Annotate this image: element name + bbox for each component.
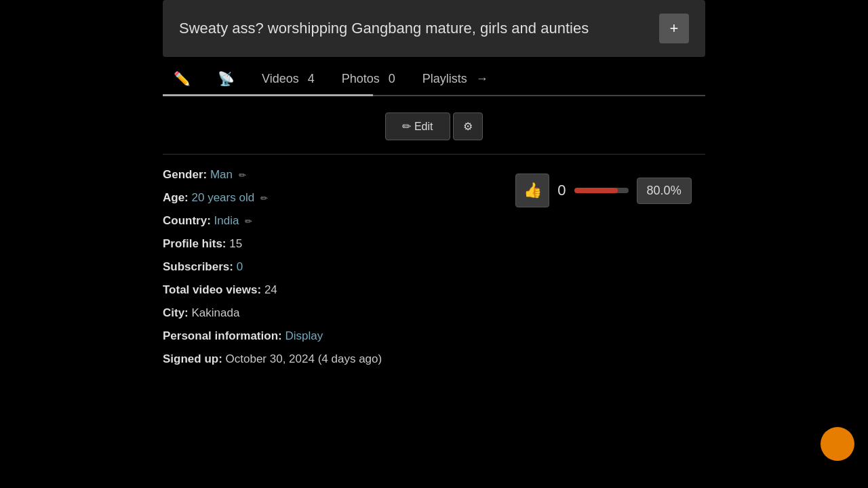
age-label: Age: [163, 191, 189, 204]
rating-bar [574, 188, 629, 193]
profile-hits-value: 15 [229, 237, 242, 250]
title-bar: Sweaty ass? worshipping Gangbang mature,… [163, 0, 705, 57]
feed-tab-icon: 📡 [218, 70, 235, 87]
playlists-arrow: → [476, 72, 488, 86]
signed-up-value: October 30, 2024 (4 days ago) [226, 352, 382, 365]
thumbs-up-button[interactable]: 👍 [515, 174, 549, 207]
age-value[interactable]: 20 years old [192, 191, 255, 204]
total-views-label: Total video views: [163, 283, 261, 296]
country-label: Country: [163, 214, 211, 227]
city-row: City: Kakinada [163, 306, 475, 320]
rating-percent: 80.0% [637, 178, 692, 204]
gender-label: Gender: [163, 168, 207, 181]
channel-title: Sweaty ass? worshipping Gangbang mature,… [179, 18, 648, 39]
edit-button[interactable]: ✏ Edit [385, 113, 450, 140]
profile-hits-label: Profile hits: [163, 237, 226, 250]
photos-tab-label: Photos [342, 72, 380, 86]
country-edit-icon[interactable]: ✏ [245, 216, 252, 226]
gender-value[interactable]: Man [210, 168, 233, 181]
tab-playlists[interactable]: Playlists → [412, 64, 499, 94]
rating-count: 0 [557, 182, 566, 199]
age-row: Age: 20 years old ✏ [163, 191, 475, 205]
edit-tab-icon: ✏️ [174, 70, 191, 87]
tab-videos[interactable]: Videos 4 [251, 64, 326, 94]
personal-info-link[interactable]: Display [285, 329, 323, 342]
videos-count: 4 [308, 72, 315, 86]
rating-bar-fill [574, 188, 618, 193]
country-row: Country: India ✏ [163, 214, 475, 228]
signed-up-row: Signed up: October 30, 2024 (4 days ago) [163, 352, 475, 366]
city-label: City: [163, 306, 189, 319]
thumb-icon: 👍 [524, 182, 542, 199]
gender-row: Gender: Man ✏ [163, 168, 475, 182]
photos-count: 0 [389, 72, 395, 86]
add-button[interactable]: + [659, 14, 689, 43]
city-value: Kakinada [192, 306, 240, 319]
edit-section: ✏ Edit ⚙ [163, 107, 705, 155]
tab-edit[interactable]: ✏️ [163, 62, 201, 95]
tab-photos[interactable]: Photos 0 [331, 64, 406, 94]
tab-feed[interactable]: 📡 [207, 62, 245, 95]
playlists-tab-label: Playlists [422, 72, 467, 86]
notification-circle[interactable] [821, 427, 854, 461]
rating-row: 👍 0 80.0% [515, 174, 691, 207]
age-edit-icon[interactable]: ✏ [260, 193, 268, 203]
edit-button-label: ✏ Edit [402, 120, 433, 133]
settings-icon: ⚙ [463, 121, 473, 132]
active-tab-indicator [163, 94, 373, 96]
profile-section: Gender: Man ✏ Age: 20 years old ✏ Countr… [163, 168, 705, 375]
country-value[interactable]: India [214, 214, 239, 227]
profile-info-right: 👍 0 80.0% [502, 168, 705, 375]
subscribers-label: Subscribers: [163, 260, 233, 273]
personal-info-row: Personal information: Display [163, 329, 475, 343]
nav-bar: ✏️ 📡 Videos 4 Photos 0 Playlists → [163, 62, 705, 96]
personal-info-label: Personal information: [163, 329, 282, 342]
profile-info-left: Gender: Man ✏ Age: 20 years old ✏ Countr… [163, 168, 475, 375]
subscribers-row: Subscribers: 0 [163, 260, 475, 274]
settings-button[interactable]: ⚙ [453, 113, 483, 140]
videos-tab-label: Videos [262, 72, 299, 86]
profile-hits-row: Profile hits: 15 [163, 237, 475, 251]
total-views-row: Total video views: 24 [163, 283, 475, 297]
total-views-value: 24 [264, 283, 277, 296]
subscribers-value[interactable]: 0 [237, 260, 243, 273]
gender-edit-icon[interactable]: ✏ [239, 170, 246, 180]
signed-up-label: Signed up: [163, 352, 222, 365]
